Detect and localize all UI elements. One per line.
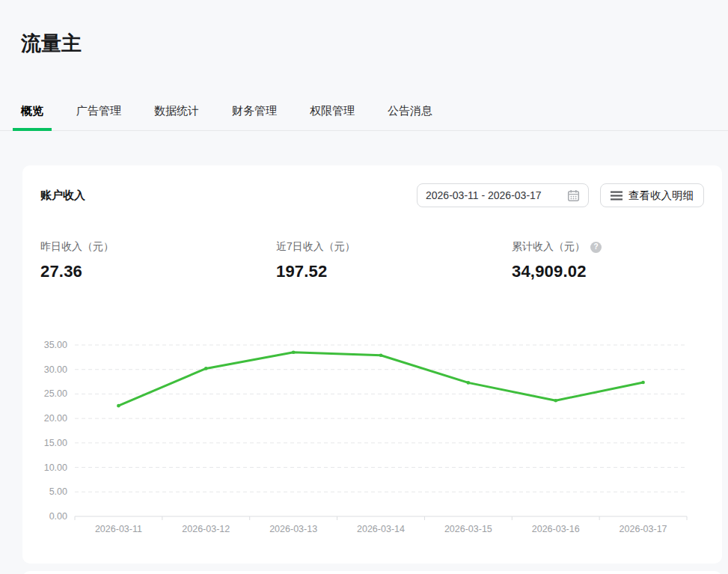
tab-ad-management[interactable]: 广告管理 (68, 104, 129, 130)
date-range-value: 2026-03-11 - 2026-03-17 (426, 189, 542, 201)
tab-finance[interactable]: 财务管理 (224, 104, 285, 130)
stat-label: 昨日收入（元） (40, 240, 114, 254)
svg-text:0.00: 0.00 (49, 511, 67, 522)
svg-text:2026-03-17: 2026-03-17 (620, 524, 667, 534)
card-header-actions: 2026-03-11 - 2026-03-17 查看收入明细 (417, 183, 704, 207)
svg-text:5.00: 5.00 (49, 486, 67, 497)
tab-data-stats[interactable]: 数据统计 (146, 104, 207, 130)
stat-value: 34,909.02 (512, 262, 704, 281)
svg-text:2026-03-12: 2026-03-12 (182, 524, 230, 534)
income-line-chart: 0.005.0010.0015.0020.0025.0030.0035.0020… (40, 336, 704, 542)
svg-text:2026-03-16: 2026-03-16 (532, 524, 580, 534)
svg-text:15.00: 15.00 (44, 438, 67, 448)
svg-text:35.00: 35.00 (44, 340, 67, 350)
svg-text:20.00: 20.00 (44, 413, 67, 424)
account-income-card: 账户收入 2026-03-11 - 2026-03-17 (22, 165, 722, 564)
card-header: 账户收入 2026-03-11 - 2026-03-17 (40, 183, 704, 207)
svg-text:2026-03-15: 2026-03-15 (444, 524, 492, 534)
stat-total-income: 累计收入（元） 34,909.02 (512, 240, 704, 281)
menu-icon (611, 191, 623, 201)
tab-overview[interactable]: 概览 (13, 104, 52, 130)
card-title: 账户收入 (40, 189, 85, 203)
view-income-detail-button[interactable]: 查看收入明细 (600, 183, 704, 207)
page-title: 流量主 (21, 30, 728, 58)
tab-permissions[interactable]: 权限管理 (302, 104, 363, 130)
svg-text:30.00: 30.00 (44, 364, 67, 375)
svg-text:2026-03-11: 2026-03-11 (95, 524, 142, 534)
view-income-detail-label: 查看收入明细 (628, 189, 694, 203)
stat-last7days-income: 近7日收入（元） 197.52 (276, 240, 512, 281)
tab-announcements[interactable]: 公告消息 (379, 104, 441, 130)
svg-text:25.00: 25.00 (44, 388, 67, 399)
svg-text:2026-03-14: 2026-03-14 (357, 524, 405, 534)
stat-label: 累计收入（元） (512, 240, 585, 254)
date-range-picker[interactable]: 2026-03-11 - 2026-03-17 (417, 183, 589, 207)
stat-label: 近7日收入（元） (276, 240, 355, 254)
help-icon[interactable] (590, 242, 602, 253)
svg-text:2026-03-13: 2026-03-13 (269, 524, 317, 534)
stat-value: 197.52 (276, 262, 512, 281)
income-stats-row: 昨日收入（元） 27.36 近7日收入（元） 197.52 累计收入（元） 34… (40, 240, 704, 281)
tab-bar: 概览 广告管理 数据统计 财务管理 权限管理 公告消息 (0, 104, 728, 131)
stat-value: 27.36 (40, 262, 276, 281)
svg-text:10.00: 10.00 (44, 462, 67, 473)
calendar-icon (567, 189, 580, 202)
next-card-sliver (22, 571, 722, 574)
stat-yesterday-income: 昨日收入（元） 27.36 (40, 240, 276, 281)
